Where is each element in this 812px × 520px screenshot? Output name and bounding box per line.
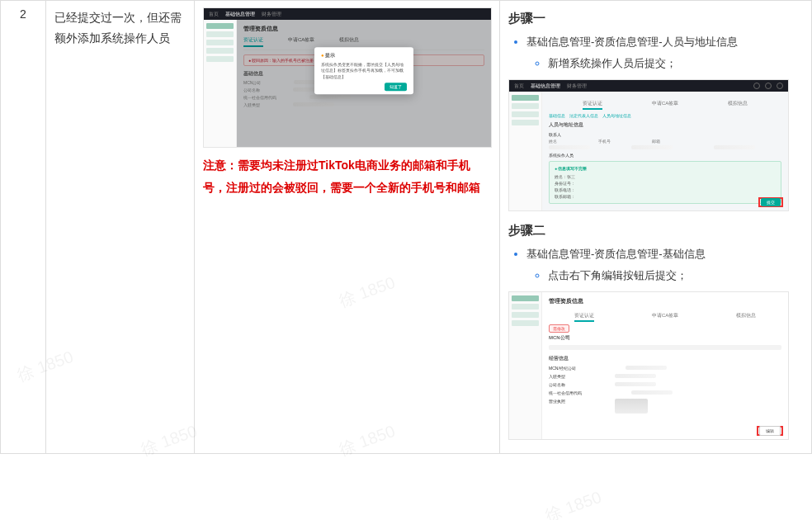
- shot3-sidebar: [509, 292, 542, 439]
- step1-sub: 新增系统操作人员后提交；: [548, 54, 803, 73]
- middle-cell: 首页 基础信息管理 财务管理 管理资质信息 资证认证 申请CA签章 模拟信息 ●…: [195, 1, 500, 454]
- row-description: 已经提交过一次，但还需额外添加系统操作人员: [54, 11, 182, 45]
- doc-table: 2 已经提交过一次，但还需额外添加系统操作人员 首页 基础信息管理 财务管理 管…: [0, 0, 812, 454]
- shot2-topbar: 首页 基础信息管理 财务管理: [509, 80, 788, 92]
- contact-row: 姓名手机号邮箱: [549, 139, 781, 144]
- sub-nav: 基础信息 法定代表人信息 人员与地址信息: [549, 113, 781, 118]
- step2-sub: 点击右下角编辑按钮后提交；: [548, 267, 803, 285]
- search-icon: [753, 83, 760, 89]
- row-number-cell: 2: [1, 1, 46, 454]
- user-icon: [765, 83, 772, 89]
- license-thumb: [615, 399, 648, 414]
- highlight-box: 提交: [758, 197, 783, 207]
- screenshot-1: 首页 基础信息管理 财务管理 管理资质信息 资证认证 申请CA签章 模拟信息 ●…: [203, 7, 492, 148]
- section-head: 人员与地址信息: [549, 121, 781, 129]
- modal-body: 系统操作员变更不能撤，需填提交【人员与地址信息】标签页操作手机号再加载，不可加载…: [321, 62, 407, 81]
- shot3-main: 管理资质信息 资证认证 申请CA签章 模拟信息 需修改 MCN公司 经营信息 M…: [542, 292, 788, 439]
- tab-item: 资证认证: [574, 312, 594, 319]
- tab-item: 申请CA签章: [652, 312, 678, 319]
- top-icons: [753, 83, 783, 89]
- shot3-tabs: 资证认证 申请CA签章 模拟信息: [549, 309, 781, 323]
- step1-list: 基础信息管理-资质信息管理-人员与地址信息 新增系统操作人员后提交；: [508, 33, 803, 73]
- sec-head: 经营信息: [549, 355, 781, 362]
- screenshot-3: 管理资质信息 资证认证 申请CA签章 模拟信息 需修改 MCN公司 经营信息 M…: [508, 291, 789, 440]
- topnav-item: 财务管理: [567, 83, 587, 90]
- shot2-sidebar: [509, 92, 542, 210]
- shot1-modal: ● 提示 系统操作员变更不能撤，需填提交【人员与地址信息】标签页操作手机号再加载…: [314, 47, 413, 95]
- edit-button[interactable]: 编辑: [759, 426, 781, 436]
- tab-item: 模拟信息: [728, 100, 748, 107]
- step2-title: 步骤二: [508, 223, 803, 239]
- shot2-tabs: 资证认证 申请CA签章 模拟信息: [549, 97, 781, 111]
- submit-button[interactable]: 提交: [761, 198, 781, 206]
- green-info-box: ● 信息填写不完整 姓名：张三 身份证号： 联系电话： 联系邮箱：: [549, 161, 781, 204]
- tab-item: 申请CA签章: [652, 100, 678, 107]
- shot1-sidebar: [204, 20, 237, 147]
- step1-title: 步骤一: [508, 11, 803, 26]
- shot1-main: 管理资质信息 资证认证 申请CA签章 模拟信息 ● 驳回原因：输入的手机号已被注…: [237, 20, 491, 147]
- status-tag: 需修改: [549, 324, 569, 333]
- help-icon: [777, 83, 783, 89]
- topnav-item: 首页: [514, 83, 524, 90]
- topnav-item: 基础信息管理: [531, 83, 560, 90]
- description-cell: 已经提交过一次，但还需额外添加系统操作人员: [46, 1, 195, 454]
- shot3-title: 管理资质信息: [549, 297, 781, 305]
- shot2-main: 资证认证 申请CA签章 模拟信息 基础信息 法定代表人信息 人员与地址信息 人员…: [542, 92, 788, 210]
- tab-item: 模拟信息: [736, 312, 756, 319]
- modal-ok-button[interactable]: 知道了: [385, 83, 407, 91]
- topnav-item: 基础信息管理: [225, 11, 255, 18]
- green-title: ● 信息填写不完整: [555, 165, 776, 172]
- right-cell: 步骤一 基础信息管理-资质信息管理-人员与地址信息 新增系统操作人员后提交； 首…: [500, 1, 812, 454]
- warning-note: 注意：需要均未注册过TikTok电商业务的邮箱和手机号，注册过的会被驳回，需要一…: [203, 154, 491, 198]
- step2-bullet: 基础信息管理-资质信息管理-基础信息 点击右下角编辑按钮后提交；: [526, 245, 803, 285]
- modal-title: ● 提示: [321, 52, 407, 59]
- subsec: 系统操作人员: [549, 153, 781, 158]
- subsec: 联系人: [549, 132, 781, 137]
- watermark: 徐 1850: [542, 486, 604, 520]
- shot1-topbar: 首页 基础信息管理 财务管理: [204, 8, 491, 20]
- tab-item: 资证认证: [583, 100, 602, 107]
- row-number: 2: [20, 7, 26, 21]
- step1-bullet: 基础信息管理-资质信息管理-人员与地址信息 新增系统操作人员后提交；: [526, 33, 803, 73]
- topnav-item: 首页: [209, 11, 219, 18]
- sec-head: MCN公司: [549, 334, 781, 342]
- step2-list: 基础信息管理-资质信息管理-基础信息 点击右下角编辑按钮后提交；: [508, 245, 803, 285]
- topnav-item: 财务管理: [262, 11, 281, 18]
- screenshot-2: 首页 基础信息管理 财务管理 资证认证 申请CA签章 模拟信息 基础信息 法定代…: [508, 79, 789, 211]
- highlight-box: 编辑: [757, 426, 783, 436]
